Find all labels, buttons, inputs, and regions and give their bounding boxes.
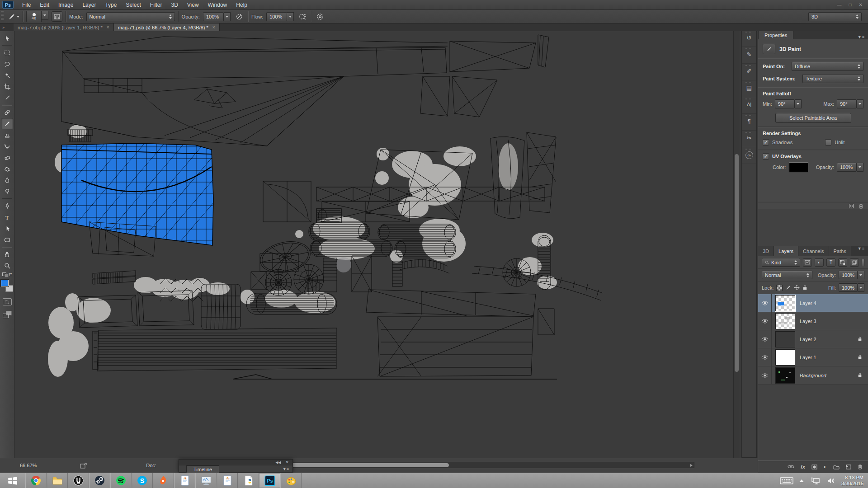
window-minimize-button[interactable]: — <box>837 2 842 7</box>
tab-timeline[interactable]: Timeline <box>186 465 219 473</box>
taskbar-photoshop[interactable]: Ps <box>259 473 280 488</box>
toggle-live-shape-icon[interactable] <box>849 203 854 209</box>
brush-presets-panel-icon[interactable]: ✎ <box>742 47 756 64</box>
path-selection-tool[interactable] <box>1 223 13 234</box>
measurement-tools-panel-icon[interactable]: ✂ <box>742 131 756 147</box>
clone-stamp-tool[interactable] <box>1 129 13 141</box>
shadows-checkbox[interactable]: ✓ <box>763 139 769 145</box>
lock-transparency-icon[interactable] <box>776 285 783 291</box>
layer-thumbnail[interactable] <box>775 295 795 311</box>
type-tool[interactable]: T <box>1 211 13 223</box>
document-canvas[interactable] <box>14 31 733 458</box>
taskbar-file-explorer[interactable] <box>47 473 68 488</box>
hand-tool[interactable] <box>1 249 13 260</box>
eyedropper-tool[interactable] <box>1 92 13 103</box>
taskbar-chrome[interactable] <box>25 473 47 488</box>
creative-cloud-icon[interactable]: ∞ <box>742 147 756 164</box>
unlit-checkbox[interactable] <box>825 139 831 145</box>
tablet-pressure-opacity-button[interactable] <box>234 11 245 22</box>
menu-image[interactable]: Image <box>54 0 78 10</box>
uv-wireframe-canvas[interactable] <box>14 31 733 458</box>
layer-row-layer4[interactable]: Layer 4 <box>758 294 868 312</box>
vertical-scrollbar[interactable] <box>733 31 740 458</box>
taskbar-humble-bundle[interactable] <box>68 473 89 488</box>
paint-system-select[interactable]: Texture <box>802 74 863 83</box>
layer-thumbnail[interactable] <box>775 313 795 329</box>
visibility-toggle[interactable] <box>758 348 772 366</box>
layer-row-background[interactable]: Background <box>758 366 868 385</box>
move-tool[interactable] <box>1 33 13 44</box>
lock-paint-icon[interactable] <box>785 285 791 291</box>
layer-thumbnail[interactable] <box>775 331 795 347</box>
link-layers-icon[interactable] <box>788 465 794 469</box>
marquee-tool[interactable] <box>1 47 13 58</box>
dodge-tool[interactable] <box>1 186 13 197</box>
screen-mode-button[interactable] <box>3 311 12 318</box>
spot-healing-brush-tool[interactable] <box>1 107 13 118</box>
color-swatches[interactable] <box>1 280 13 292</box>
lasso-tool[interactable] <box>1 58 13 70</box>
layer-name[interactable]: Background <box>800 373 826 378</box>
paint-bucket-tool[interactable] <box>1 163 13 174</box>
delete-layer-icon[interactable] <box>858 464 863 469</box>
layer-opacity-combo[interactable]: 100% <box>839 271 864 279</box>
brush-tool[interactable] <box>1 118 13 129</box>
window-close-button[interactable]: ✕ <box>859 2 863 7</box>
filter-type-select[interactable]: Kind <box>762 258 800 267</box>
menu-filter[interactable]: Filter <box>146 0 167 10</box>
blend-mode-select[interactable]: Normal <box>86 12 175 21</box>
filter-adjustment-layers-icon[interactable]: ◐ <box>815 258 824 267</box>
close-panel-icon[interactable]: ✕ <box>285 460 289 465</box>
document-tab-1[interactable]: mag-7.obj @ 200% (Layer 1, RGB/8) * × <box>14 23 114 31</box>
horizontal-scrollbar[interactable] <box>248 462 694 468</box>
filter-shape-layers-icon[interactable] <box>838 258 847 267</box>
taskbar-clock[interactable]: 8:13 PM 3/30/2015 <box>841 475 863 487</box>
paragraph-panel-icon[interactable]: ¶ <box>742 114 756 131</box>
foreground-color-swatch[interactable] <box>1 280 9 286</box>
swap-colors-icon[interactable]: ⇄ <box>2 272 12 278</box>
history-brush-tool[interactable] <box>1 141 13 152</box>
taskbar-image-viewer[interactable] <box>195 473 217 488</box>
taskbar-skype[interactable]: S <box>132 473 153 488</box>
panel-menu-icon[interactable]: ▼≡ <box>858 35 868 39</box>
quick-mask-button[interactable] <box>3 298 12 305</box>
lock-all-icon[interactable] <box>802 285 807 291</box>
taskbar-spotify[interactable] <box>110 473 132 488</box>
toggle-brush-panel-button[interactable] <box>52 11 62 22</box>
window-restore-button[interactable]: □ <box>849 2 852 7</box>
flow-combo[interactable]: 100% <box>266 12 294 21</box>
visibility-toggle[interactable] <box>758 312 772 330</box>
eraser-tool[interactable] <box>1 152 13 163</box>
menu-layer[interactable]: Layer <box>78 0 100 10</box>
layer-name[interactable]: Layer 2 <box>800 337 816 342</box>
taskbar-origin[interactable] <box>153 473 174 488</box>
expand-toolbar-icon[interactable]: » <box>0 23 14 31</box>
filtering-toggle[interactable] <box>862 259 864 266</box>
show-hidden-icons-button[interactable] <box>799 479 804 482</box>
layer-effects-icon[interactable]: fx <box>801 464 805 469</box>
vertical-scrollbar-thumb[interactable] <box>735 154 739 372</box>
tab-channels[interactable]: Channels <box>798 246 829 256</box>
visibility-toggle[interactable] <box>758 330 772 348</box>
tab-paths[interactable]: Paths <box>829 246 851 256</box>
filter-smart-objects-icon[interactable] <box>850 258 859 267</box>
share-document-icon[interactable] <box>80 462 88 469</box>
layer-row-layer3[interactable]: Layer 3 <box>758 312 868 330</box>
uv-overlays-checkbox[interactable]: ✓ <box>763 153 769 160</box>
airbrush-button[interactable] <box>297 11 308 22</box>
tool-preset-picker[interactable] <box>8 11 19 22</box>
layer-thumbnail[interactable] <box>775 367 795 384</box>
document-tab-2[interactable]: mag-71.psb @ 66.7% (Layer 4, RGB/8) * × <box>114 23 220 31</box>
fill-combo[interactable]: 100% <box>839 283 864 292</box>
layer-row-layer2[interactable]: Layer 2 <box>758 330 868 348</box>
falloff-min-combo[interactable]: 90° <box>775 99 802 108</box>
tab-3d[interactable]: 3D <box>758 246 774 256</box>
layer-name[interactable]: Layer 3 <box>800 319 816 324</box>
opacity-combo[interactable]: 100% <box>203 12 231 21</box>
menu-type[interactable]: Type <box>100 0 121 10</box>
visibility-toggle[interactable] <box>758 294 772 312</box>
layer-blend-mode-select[interactable]: Normal <box>762 271 812 279</box>
select-paintable-area-button[interactable]: Select Paintable Area <box>775 113 851 123</box>
visibility-toggle[interactable] <box>758 366 772 384</box>
start-button[interactable] <box>0 473 25 488</box>
